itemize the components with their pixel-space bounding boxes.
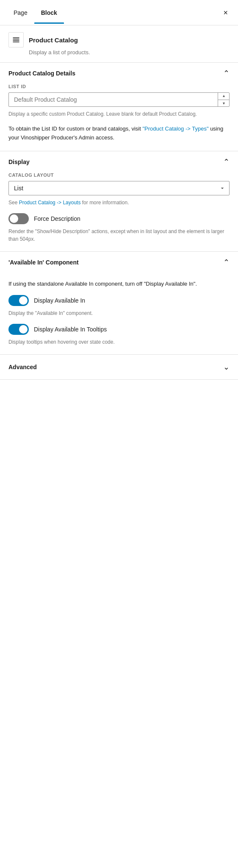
list-id-help: Display a specific custom Product Catalo… [8, 110, 230, 118]
section-product-catalog-details-title: Product Catalog Details [8, 70, 75, 77]
note-link[interactable]: "Product Catalog -> Types" [142, 125, 208, 132]
section-display: Display ⌃ CATALOG LAYOUT List Grid Table… [0, 151, 238, 252]
section-available-in: 'Available In' Component ⌃ If using the … [0, 252, 238, 355]
spinner-up-button[interactable]: ▴ [218, 92, 230, 100]
display-tooltips-help: Display tooltips when hovering over stat… [8, 338, 230, 346]
header-tabs: Page Block × [0, 0, 238, 25]
list-id-input[interactable] [8, 92, 230, 107]
display-available-in-label: Display Available In [34, 297, 85, 304]
force-description-toggle[interactable] [8, 213, 29, 224]
section-display-header[interactable]: Display ⌃ [0, 151, 238, 172]
advanced-chevron-down-icon: ⌄ [223, 363, 230, 371]
tab-page[interactable]: Page [7, 2, 34, 24]
chevron-up-icon: ⌃ [223, 70, 230, 77]
section-advanced-header[interactable]: Advanced ⌄ [0, 355, 238, 379]
display-available-in-help: Display the "Available In" component. [8, 309, 230, 317]
display-available-in-thumb [19, 296, 28, 305]
list-id-note: To obtain the List ID for custom or bran… [8, 125, 230, 142]
display-tooltips-toggle-row: Display Available In Tooltips [8, 324, 230, 335]
section-available-in-title: 'Available In' Component [8, 259, 79, 266]
section-product-catalog-details-body: LIST ID ▴ ▾ Display a specific custom Pr… [0, 84, 238, 151]
section-advanced-title: Advanced [8, 364, 37, 370]
force-description-thumb [10, 214, 18, 223]
display-available-in-track [8, 295, 29, 306]
display-available-in-toggle-row: Display Available In [8, 295, 230, 306]
block-name: Product Catalog [29, 36, 78, 44]
available-in-chevron-up-icon: ⌃ [223, 259, 230, 266]
force-description-label: Force Description [34, 215, 80, 222]
section-available-in-header[interactable]: 'Available In' Component ⌃ [0, 252, 238, 273]
force-description-track [8, 213, 29, 224]
product-catalog-icon [8, 32, 24, 47]
display-tooltips-track [8, 324, 29, 335]
layout-help: See Product Catalog -> Layouts for more … [8, 199, 230, 206]
close-button[interactable]: × [220, 6, 231, 20]
section-product-catalog-details: Product Catalog Details ⌃ LIST ID ▴ ▾ Di… [0, 63, 238, 151]
layout-help-prefix: See [8, 200, 19, 206]
section-advanced: Advanced ⌄ [0, 355, 238, 380]
display-tooltips-toggle[interactable] [8, 324, 29, 335]
note-text-prefix: To obtain the List ID for custom or bran… [8, 125, 142, 132]
block-header: Product Catalog Display a list of produc… [0, 25, 238, 63]
display-chevron-up-icon: ⌃ [223, 158, 230, 166]
display-available-in-toggle[interactable] [8, 295, 29, 306]
list-id-field-wrapper: ▴ ▾ [8, 92, 230, 107]
block-header-title-row: Product Catalog [8, 32, 230, 47]
section-display-body: CATALOG LAYOUT List Grid Table See Produ… [0, 172, 238, 251]
force-description-help: Render the "Show/Hide Description" actio… [8, 228, 230, 243]
catalog-layout-label: CATALOG LAYOUT [8, 172, 230, 178]
section-display-title: Display [8, 159, 30, 165]
block-description: Display a list of products. [29, 49, 230, 56]
list-id-label: LIST ID [8, 84, 230, 89]
catalog-layout-select[interactable]: List Grid Table [8, 181, 230, 195]
spinner-buttons: ▴ ▾ [218, 92, 230, 107]
tab-block[interactable]: Block [34, 2, 64, 24]
layout-help-link[interactable]: Product Catalog -> Layouts [19, 200, 81, 206]
available-in-intro: If using the standalone Available In com… [8, 280, 230, 289]
display-tooltips-label: Display Available In Tooltips [34, 326, 107, 333]
layout-help-suffix: for more information. [80, 200, 129, 206]
section-available-in-body: If using the standalone Available In com… [0, 280, 238, 355]
spinner-down-button[interactable]: ▾ [218, 100, 230, 107]
force-description-toggle-row: Force Description [8, 213, 230, 224]
section-product-catalog-details-header[interactable]: Product Catalog Details ⌃ [0, 63, 238, 84]
display-tooltips-thumb [19, 325, 28, 334]
